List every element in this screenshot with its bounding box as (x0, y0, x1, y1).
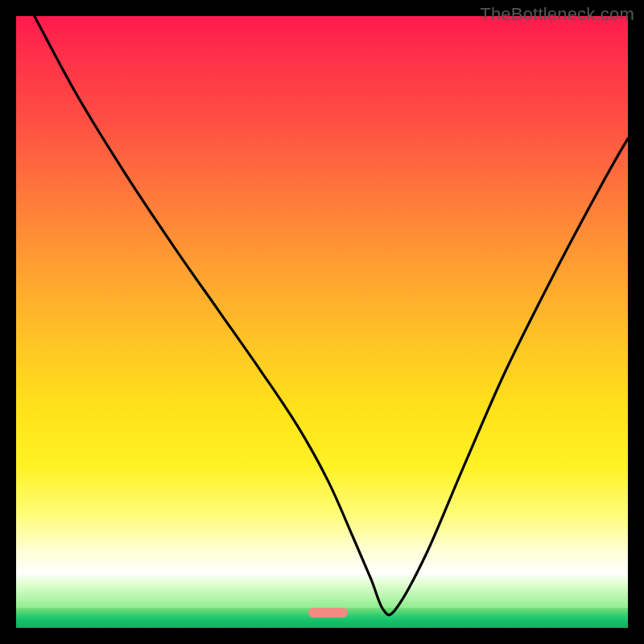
optimal-marker (308, 608, 348, 617)
bottleneck-curve (16, 16, 628, 628)
chart-frame: TheBottleneck.com (0, 0, 644, 644)
watermark-text: TheBottleneck.com (480, 4, 634, 25)
plot-area (16, 16, 628, 628)
